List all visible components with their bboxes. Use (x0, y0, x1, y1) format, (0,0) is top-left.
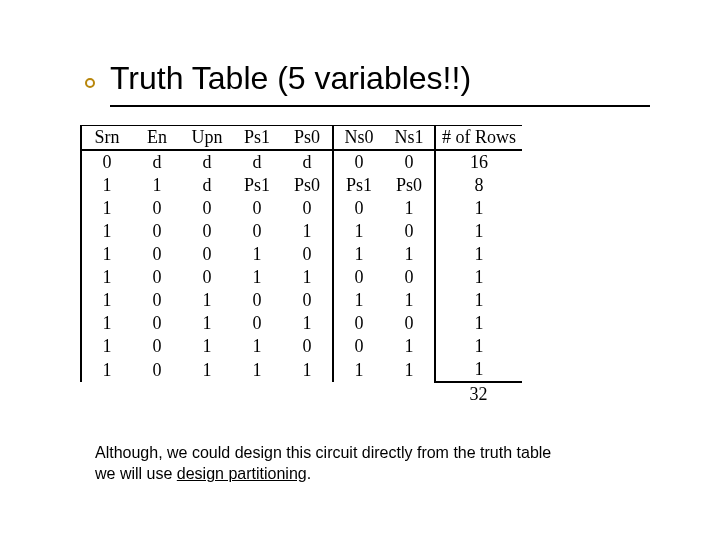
truth-table-wrap: Srn En Upn Ps1 Ps0 Ns0 Ns1 # of Rows 0 d… (80, 125, 670, 406)
bullet-icon (85, 78, 95, 88)
col-ps0: Ps0 (282, 126, 333, 151)
col-rows: # of Rows (435, 126, 522, 151)
table-row: 1 0 0 1 0 1 1 1 (81, 243, 522, 266)
col-srn: Srn (81, 126, 132, 151)
col-ps1: Ps1 (232, 126, 282, 151)
caption: Although, we could design this circuit d… (95, 443, 551, 485)
table-body: 0 d d d d 0 0 16 1 1 d Ps1 Ps0 Ps1 Ps0 (81, 150, 522, 406)
truth-table: Srn En Upn Ps1 Ps0 Ns0 Ns1 # of Rows 0 d… (80, 125, 522, 406)
table-row: 1 1 d Ps1 Ps0 Ps1 Ps0 8 (81, 174, 522, 197)
caption-underline: design partitioning (177, 465, 307, 482)
table-row: 1 0 0 0 0 0 1 1 (81, 197, 522, 220)
caption-line2a: we will use (95, 465, 177, 482)
col-upn: Upn (182, 126, 232, 151)
title-rule (110, 105, 650, 107)
slide-title: Truth Table (5 variables!!) (110, 60, 670, 97)
sum-row: 32 (81, 382, 522, 406)
table-row: 1 0 1 1 1 1 1 1 (81, 358, 522, 382)
caption-line1: Although, we could design this circuit d… (95, 444, 551, 461)
table-row: 1 0 1 1 0 0 1 1 (81, 335, 522, 358)
table-row: 1 0 0 1 1 0 0 1 (81, 266, 522, 289)
slide: Truth Table (5 variables!!) Srn En Upn P… (0, 0, 720, 540)
caption-line2c: . (307, 465, 311, 482)
table-row: 0 d d d d 0 0 16 (81, 150, 522, 174)
table-row: 1 0 1 0 0 1 1 1 (81, 289, 522, 312)
col-ns1: Ns1 (384, 126, 435, 151)
col-ns0: Ns0 (333, 126, 384, 151)
table-row: 1 0 0 0 1 1 0 1 (81, 220, 522, 243)
col-en: En (132, 126, 182, 151)
table-header-row: Srn En Upn Ps1 Ps0 Ns0 Ns1 # of Rows (81, 126, 522, 151)
sum-cell: 32 (435, 382, 522, 406)
table-row: 1 0 1 0 1 0 0 1 (81, 312, 522, 335)
